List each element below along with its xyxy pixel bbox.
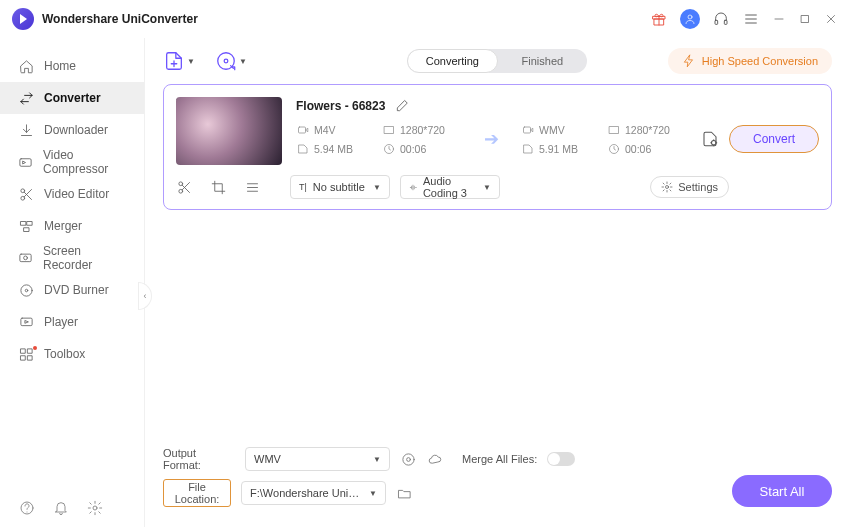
merge-label: Merge All Files: xyxy=(462,453,537,465)
output-settings-icon[interactable] xyxy=(701,130,719,148)
crop-icon[interactable] xyxy=(210,179,226,195)
tab-finished[interactable]: Finished xyxy=(498,49,587,73)
add-file-button[interactable]: ▼ xyxy=(163,50,195,72)
svg-rect-22 xyxy=(20,318,31,326)
svg-point-30 xyxy=(224,59,228,63)
duration-icon xyxy=(607,142,620,155)
convert-button[interactable]: Convert xyxy=(729,125,819,153)
sidebar-item-dvd[interactable]: DVD Burner xyxy=(0,274,144,306)
converter-icon xyxy=(18,90,34,106)
grid-icon xyxy=(18,346,34,362)
svg-rect-9 xyxy=(802,16,809,23)
file-location-label: File Location: xyxy=(163,479,231,507)
sidebar: Home Converter Downloader Video Compress… xyxy=(0,38,145,527)
chevron-down-icon: ▼ xyxy=(373,455,381,464)
audio-select[interactable]: Audio Coding 3▼ xyxy=(400,175,500,199)
sidebar-item-editor[interactable]: Video Editor xyxy=(0,178,144,210)
svg-rect-32 xyxy=(384,126,393,133)
output-format-label: Output Format: xyxy=(163,447,235,471)
settings-button[interactable]: Settings xyxy=(650,176,729,198)
chevron-down-icon: ▼ xyxy=(369,489,377,498)
sidebar-item-label: Toolbox xyxy=(44,347,85,361)
sidebar-item-label: Video Editor xyxy=(44,187,109,201)
settings-icon[interactable] xyxy=(86,499,104,517)
merge-icon xyxy=(18,218,34,234)
video-format-icon xyxy=(296,123,309,136)
svg-rect-16 xyxy=(27,221,32,225)
chevron-down-icon: ▼ xyxy=(187,57,195,66)
sidebar-item-label: DVD Burner xyxy=(44,283,109,297)
svg-rect-4 xyxy=(724,20,727,24)
svg-rect-24 xyxy=(27,348,31,352)
auto-gear-icon[interactable] xyxy=(400,451,416,467)
sidebar-item-player[interactable]: Player xyxy=(0,306,144,338)
start-all-button[interactable]: Start All xyxy=(732,475,832,507)
sidebar-item-label: Converter xyxy=(44,91,101,105)
resolution-icon xyxy=(607,123,620,136)
svg-rect-18 xyxy=(20,254,31,262)
add-dvd-button[interactable]: ▼ xyxy=(215,50,247,72)
svg-rect-25 xyxy=(20,355,24,359)
chevron-down-icon: ▼ xyxy=(483,183,491,192)
sidebar-item-home[interactable]: Home xyxy=(0,50,144,82)
compress-icon xyxy=(18,154,33,170)
sidebar-item-compressor[interactable]: Video Compressor xyxy=(0,146,144,178)
svg-point-2 xyxy=(688,15,692,19)
download-icon xyxy=(18,122,34,138)
sidebar-item-label: Video Compressor xyxy=(43,148,126,176)
file-size-icon xyxy=(521,142,534,155)
gift-icon[interactable] xyxy=(650,10,668,28)
sidebar-item-label: Merger xyxy=(44,219,82,233)
help-icon[interactable] xyxy=(18,499,36,517)
video-format-icon xyxy=(521,123,534,136)
cloud-icon[interactable] xyxy=(426,451,442,467)
high-speed-label: High Speed Conversion xyxy=(702,55,818,67)
bell-icon[interactable] xyxy=(52,499,70,517)
sidebar-item-toolbox[interactable]: Toolbox xyxy=(0,338,144,370)
trim-icon[interactable] xyxy=(176,179,192,195)
sidebar-item-merger[interactable]: Merger xyxy=(0,210,144,242)
svg-point-19 xyxy=(24,256,28,260)
sidebar-item-label: Screen Recorder xyxy=(43,244,126,272)
user-avatar-icon[interactable] xyxy=(680,9,700,29)
svg-rect-31 xyxy=(298,127,305,133)
scissors-icon xyxy=(18,186,34,202)
svg-point-20 xyxy=(20,284,31,295)
file-location-select[interactable]: F:\Wondershare UniConverter▼ xyxy=(241,481,386,505)
file-name: Flowers - 66823 xyxy=(296,99,385,113)
menu-icon[interactable] xyxy=(742,10,760,28)
svg-point-28 xyxy=(93,506,97,510)
headset-icon[interactable] xyxy=(712,10,730,28)
svg-rect-17 xyxy=(24,227,29,231)
subtitle-select[interactable]: T|No subtitle▼ xyxy=(290,175,390,199)
svg-rect-34 xyxy=(523,127,530,133)
tab-converting[interactable]: Converting xyxy=(407,49,498,73)
svg-point-37 xyxy=(712,141,717,146)
duration-icon xyxy=(382,142,395,155)
sidebar-item-label: Player xyxy=(44,315,78,329)
window-maximize-icon[interactable] xyxy=(798,10,812,28)
window-close-icon[interactable] xyxy=(824,10,838,28)
svg-point-21 xyxy=(25,289,28,292)
window-minimize-icon[interactable] xyxy=(772,10,786,28)
svg-rect-35 xyxy=(609,126,618,133)
merge-toggle[interactable] xyxy=(547,452,575,466)
svg-rect-23 xyxy=(20,348,24,352)
high-speed-button[interactable]: High Speed Conversion xyxy=(668,48,832,74)
more-icon[interactable] xyxy=(244,179,260,195)
svg-rect-26 xyxy=(27,355,31,359)
sidebar-item-converter[interactable]: Converter xyxy=(0,82,144,114)
disc-icon xyxy=(18,282,34,298)
video-thumbnail[interactable] xyxy=(176,97,282,165)
sidebar-item-recorder[interactable]: Screen Recorder xyxy=(0,242,144,274)
arrow-right-icon: ➔ xyxy=(476,128,507,150)
open-folder-icon[interactable] xyxy=(396,485,412,501)
file-size-icon xyxy=(296,142,309,155)
svg-rect-15 xyxy=(20,221,25,225)
sidebar-item-downloader[interactable]: Downloader xyxy=(0,114,144,146)
resolution-icon xyxy=(382,123,395,136)
edit-name-icon[interactable] xyxy=(393,97,411,115)
output-format-select[interactable]: WMV▼ xyxy=(245,447,390,471)
app-logo-icon xyxy=(12,8,34,30)
svg-point-43 xyxy=(666,186,669,189)
